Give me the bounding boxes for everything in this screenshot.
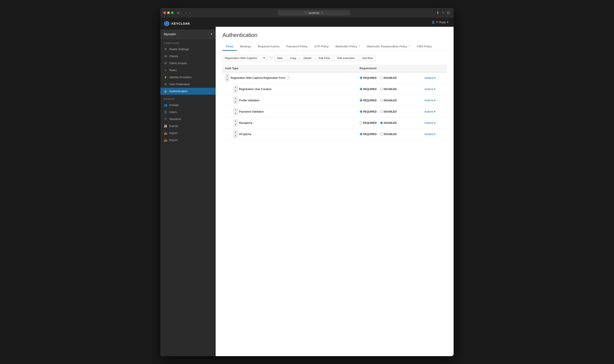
tabs-list: Flows Bindings Required Actions Password… <box>222 43 447 51</box>
sessions-icon: ⏱ <box>164 117 167 121</box>
forward-button[interactable]: › <box>189 11 192 15</box>
required-option[interactable]: REQUIRED <box>360 99 377 102</box>
required-radio[interactable] <box>360 110 363 113</box>
sidebar-item-label: Import <box>169 131 177 135</box>
disabled-radio[interactable] <box>380 99 383 102</box>
disabled-radio[interactable] <box>380 88 383 91</box>
new-tab-button[interactable]: + <box>441 10 445 15</box>
move-down-button[interactable]: ▼ <box>234 101 238 104</box>
disabled-option[interactable]: DISABLED <box>380 88 397 91</box>
delete-button[interactable]: Delete <box>301 55 314 61</box>
disabled-radio[interactable] <box>380 110 383 113</box>
tab-required-actions[interactable]: Required Actions <box>255 43 283 51</box>
sidebar-item-roles[interactable]: ≡ Roles <box>160 67 216 74</box>
move-down-button[interactable]: ▼ <box>234 134 238 138</box>
move-down-button[interactable]: ▼ <box>225 78 229 81</box>
sidebar-item-import[interactable]: 📥 Import <box>160 130 216 137</box>
required-option[interactable]: REQUIRED <box>360 77 377 79</box>
sidebar-item-authentication[interactable]: 🔒 Authentication <box>160 88 216 95</box>
back-button[interactable]: ‹ <box>184 11 188 15</box>
tab-password-policy[interactable]: Password Policy <box>283 43 311 51</box>
actions-dropdown[interactable]: Actions ▾ <box>424 76 435 79</box>
actions-dropdown[interactable]: Actions ▾ <box>424 132 435 136</box>
disabled-radio[interactable] <box>380 77 383 79</box>
tab-webauthn-passwordless[interactable]: WebAuthn Passwordless Policy ? <box>363 43 413 51</box>
tab-webauthn-policy[interactable]: WebAuthn Policy ? <box>332 43 363 51</box>
dropdown-chevron-icon: ▾ <box>434 121 435 124</box>
move-up-button[interactable]: ▲ <box>234 86 238 89</box>
auth-type-cell: ▲ ▼ Registration User Creation <box>222 83 357 95</box>
move-up-button[interactable]: ▲ <box>234 97 238 100</box>
sidebar-item-identity-providers[interactable]: ⚡ Identity Providers <box>160 74 216 81</box>
sidebar-item-events[interactable]: 📅 Events <box>160 123 216 130</box>
requirement-col: REQUIRED DISABLED <box>360 77 419 79</box>
actions-dropdown[interactable]: Actions ▾ <box>424 99 435 102</box>
address-bar[interactable]: 🛡 localhost ↻ <box>278 10 350 15</box>
close-button[interactable] <box>163 12 166 14</box>
sidebar-item-export[interactable]: 📤 Export <box>160 137 216 143</box>
required-radio[interactable] <box>360 77 363 79</box>
sidebar-item-label: Realm Settings <box>169 48 189 51</box>
required-option[interactable]: REQUIRED <box>360 110 377 113</box>
sidebar-item-sessions[interactable]: ⏱ Sessions <box>160 116 216 123</box>
sidebar-item-label: Groups <box>169 104 179 107</box>
realm-selector[interactable]: Myrealm ▾ <box>160 29 216 39</box>
move-down-button[interactable]: ▼ <box>234 90 238 93</box>
sidebar-item-client-scopes[interactable]: ⊞ Client Scopes <box>160 60 216 67</box>
sidebar-item-user-federation[interactable]: ⊜ User Federation <box>160 81 216 88</box>
minimize-button[interactable] <box>167 12 170 14</box>
maximize-button[interactable] <box>171 12 174 14</box>
sidebar-item-realm-settings[interactable]: ⚙ Realm Settings <box>160 46 216 53</box>
sidebar-item-label: Authentication <box>169 90 188 93</box>
import-icon: 📥 <box>164 131 167 135</box>
actions-dropdown[interactable]: Actions ▾ <box>424 121 435 124</box>
table-row: ▲ ▼ Registration With Captcha Registrati… <box>222 72 447 84</box>
flow-select[interactable]: Registration With Captcha browser client… <box>222 55 267 61</box>
required-radio[interactable] <box>360 88 363 91</box>
disabled-option[interactable]: DISABLED <box>380 77 397 79</box>
required-radio[interactable] <box>360 133 363 135</box>
address-bar-container: 🛡 localhost ↻ <box>194 10 433 15</box>
user-menu[interactable]: 👤 P. Rupp ▾ <box>431 21 448 24</box>
share-button[interactable]: ⬆ <box>435 10 440 15</box>
copy-button[interactable]: Copy <box>287 55 299 61</box>
disabled-option[interactable]: DISABLED <box>380 99 397 102</box>
disabled-option[interactable]: DISABLED <box>380 133 397 136</box>
actions-cell: Actions ▾ <box>422 117 447 129</box>
sidebar-item-clients[interactable]: 🖥 Clients <box>160 53 216 60</box>
requirement-cell: REQUIRED DISABLED <box>357 117 422 129</box>
sidebar-item-groups[interactable]: 👥 Groups <box>160 102 216 108</box>
tab-otp-policy[interactable]: OTP Policy <box>311 43 332 51</box>
add-flow-button[interactable]: Add flow <box>359 55 375 61</box>
sidebar-toggle-button[interactable]: ⊞ <box>176 11 181 15</box>
disabled-option[interactable]: DISABLED <box>380 121 397 124</box>
move-up-button[interactable]: ▲ <box>225 74 229 78</box>
page-title: Authentication <box>222 32 447 39</box>
auth-type-label: Registration With Captcha Registration F… <box>231 76 285 79</box>
tab-ciba-policy[interactable]: CIBA Policy <box>413 43 435 51</box>
tab-flows[interactable]: Flows <box>222 43 237 51</box>
disabled-option[interactable]: DISABLED <box>380 110 397 113</box>
move-up-button[interactable]: ▲ <box>234 130 238 134</box>
sidebar-item-users[interactable]: 👤 Users <box>160 108 216 116</box>
user-name: P. Rupp <box>436 21 446 24</box>
disabled-radio[interactable] <box>380 133 383 135</box>
refresh-icon[interactable]: ↻ <box>321 11 323 14</box>
tab-bindings[interactable]: Bindings <box>237 43 255 51</box>
required-radio[interactable] <box>360 99 363 102</box>
move-down-button[interactable]: ▼ <box>234 123 238 127</box>
edit-flow-button[interactable]: Edit Flow <box>316 55 333 61</box>
disabled-radio[interactable] <box>380 121 383 124</box>
actions-dropdown[interactable]: Actions ▾ <box>424 110 435 113</box>
required-option[interactable]: REQUIRED <box>360 88 377 91</box>
actions-dropdown[interactable]: Actions ▾ <box>424 88 435 91</box>
new-button[interactable]: New <box>274 55 285 61</box>
required-option[interactable]: REQUIRED <box>360 133 377 136</box>
move-up-button[interactable]: ▲ <box>234 119 238 123</box>
required-radio[interactable] <box>360 121 363 124</box>
required-option[interactable]: REQUIRED <box>360 121 377 124</box>
add-execution-button[interactable]: Add execution <box>334 55 357 61</box>
tabs-button[interactable]: ⊡ <box>446 10 451 15</box>
move-down-button[interactable]: ▼ <box>234 112 238 115</box>
move-up-button[interactable]: ▲ <box>234 108 238 112</box>
